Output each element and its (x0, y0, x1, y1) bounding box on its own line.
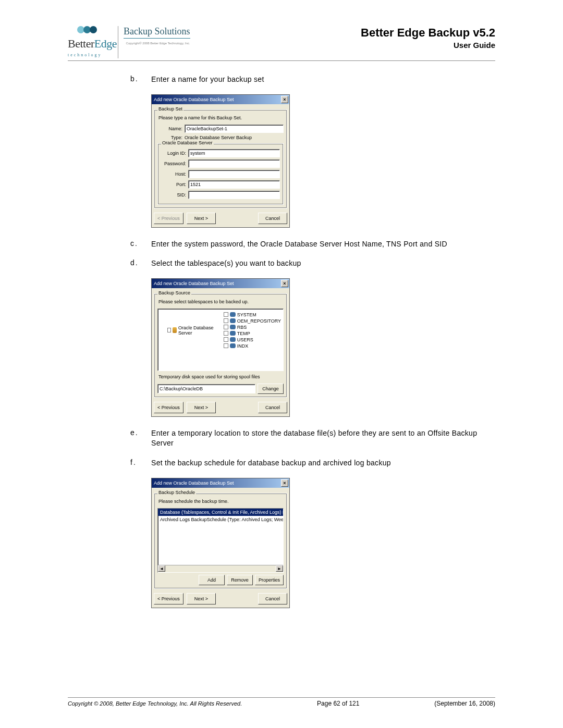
remove-button[interactable]: Remove (227, 575, 253, 585)
dialog-backup-schedule: Add new Oracle Database Backup Set × Bac… (151, 478, 290, 608)
tablespace-icon (230, 331, 236, 336)
horizontal-scrollbar[interactable]: ◄ ► (158, 565, 283, 572)
type-label: Type: (157, 135, 185, 140)
step-e: e. Enter a temporary location to store t… (130, 428, 495, 449)
scroll-left-icon[interactable]: ◄ (158, 565, 165, 572)
password-label: Password: (161, 161, 188, 166)
groupbox-source-legend: Backup Source (157, 290, 191, 295)
tablespace-tree[interactable]: Oracle Database Server SYSTEMOEM_REPOSIT… (157, 309, 284, 371)
cancel-button[interactable]: Cancel (258, 593, 287, 604)
scroll-right-icon[interactable]: ► (276, 565, 283, 572)
copyright-text: Copyright © 2008, Better Edge Technology… (68, 700, 242, 707)
checkbox-icon[interactable] (167, 328, 171, 332)
checkbox-icon[interactable] (224, 331, 228, 336)
tablespace-icon (230, 325, 236, 329)
tablespace-icon (230, 337, 236, 342)
doc-subtitle: User Guide (361, 41, 495, 50)
step-f: f. Set the backup schedule for database … (130, 458, 495, 468)
close-icon[interactable]: × (281, 96, 288, 103)
database-icon (173, 327, 177, 333)
instruction-text: Please schedule the backup time. (158, 499, 283, 504)
tree-item-label: OEM_REPOSITORY (237, 318, 281, 324)
instruction-text: Please select tablespaces to be backed u… (158, 299, 283, 304)
step-c: c. Enter the system password, the Oracle… (130, 239, 495, 250)
cancel-button[interactable]: Cancel (258, 402, 287, 413)
host-label: Host: (161, 171, 188, 177)
dialog-titlebar: Add new Oracle Database Backup Set × (152, 279, 289, 288)
groupbox-schedule-legend: Backup Schedule (157, 490, 196, 495)
checkbox-icon[interactable] (224, 312, 228, 317)
dialog-backup-set: Add new Oracle Database Backup Set × Bac… (151, 94, 290, 228)
checkbox-icon[interactable] (224, 337, 228, 342)
previous-button[interactable]: < Previous (154, 402, 183, 413)
change-button[interactable]: Change (258, 384, 284, 394)
previous-button: < Previous (154, 213, 183, 224)
groupbox-server-legend: Oracle Database Server (161, 140, 214, 145)
tree-item-label: INDX (237, 343, 249, 349)
next-button[interactable]: Next > (187, 213, 216, 224)
tree-item-label: TEMP (237, 331, 250, 336)
sid-label: SID: (161, 192, 188, 198)
tree-item-label: SYSTEM (237, 312, 256, 317)
name-input[interactable] (185, 125, 284, 133)
close-icon[interactable]: × (281, 479, 288, 487)
tree-item[interactable]: RBS (224, 324, 281, 330)
add-button[interactable]: Add (199, 575, 225, 585)
previous-button[interactable]: < Previous (154, 593, 183, 604)
dialog-title: Add new Oracle Database Backup Set (154, 281, 234, 286)
dialog-title: Add new Oracle Database Backup Set (154, 480, 234, 486)
tablespace-icon (230, 343, 236, 348)
dialog-title: Add new Oracle Database Backup Set (154, 97, 234, 102)
dialog-backup-source: Add new Oracle Database Backup Set × Bac… (151, 278, 290, 417)
tablespace-icon (230, 318, 236, 323)
step-d: d. Select the tablespace(s) you want to … (130, 258, 495, 269)
schedule-listbox[interactable]: Database (Tablespaces, Control & Init Fi… (157, 508, 284, 573)
page-number: Page 62 of 121 (317, 700, 359, 707)
dialog-titlebar: Add new Oracle Database Backup Set × (152, 95, 289, 104)
checkbox-icon[interactable] (224, 343, 228, 348)
tree-item[interactable]: SYSTEM (224, 312, 281, 318)
footer-date: (September 16, 2008) (434, 700, 495, 707)
tree-item[interactable]: INDX (224, 343, 281, 349)
port-input[interactable] (188, 180, 280, 189)
tree-item-label: RBS (237, 325, 247, 330)
tree-item[interactable]: USERS (224, 337, 281, 343)
tree-item[interactable]: OEM_REPOSITORY (224, 318, 281, 324)
step-b: b. Enter a name for your backup set (130, 75, 495, 85)
next-button[interactable]: Next > (187, 593, 216, 604)
page-header: BetterEdgetechnology Backup Solutions Co… (68, 26, 495, 61)
list-item[interactable]: Database (Tablespaces, Control & Init Fi… (158, 509, 283, 516)
logo-group: BetterEdgetechnology Backup Solutions Co… (68, 26, 190, 58)
host-input[interactable] (188, 170, 280, 178)
list-item[interactable]: Archived Logs BackupSchedule (Type: Arch… (158, 516, 283, 523)
type-value: Oracle Database Server Backup (185, 135, 252, 140)
checkbox-icon[interactable] (224, 325, 228, 329)
instruction-text: Please type a name for this Backup Set. (158, 115, 283, 120)
close-icon[interactable]: × (281, 280, 288, 287)
spool-label: Temporary disk space used for storing sp… (158, 374, 283, 379)
tablespace-icon (230, 312, 236, 317)
password-input[interactable] (188, 159, 280, 168)
dialog-titlebar: Add new Oracle Database Backup Set × (152, 478, 289, 488)
backup-solutions-logo: Backup Solutions Copyright© 2008 Better … (118, 26, 190, 58)
next-button[interactable]: Next > (187, 402, 216, 413)
tree-root-label: Oracle Database Server (178, 325, 215, 336)
tree-item[interactable]: TEMP (224, 330, 281, 337)
properties-button[interactable]: Properties (255, 575, 284, 585)
checkbox-icon[interactable] (224, 318, 228, 323)
login-label: Login ID: (161, 151, 188, 156)
betteredge-logo: BetterEdgetechnology (68, 26, 111, 58)
groupbox-backup-set-legend: Backup Set (157, 106, 183, 112)
cancel-button[interactable]: Cancel (258, 213, 287, 224)
product-title: Better Edge Backup v5.2 (361, 26, 495, 40)
login-input[interactable] (188, 149, 280, 157)
spool-path-input[interactable] (157, 384, 255, 393)
port-label: Port: (161, 182, 188, 187)
tree-item-label: USERS (237, 337, 253, 342)
page-footer: Copyright © 2008, Better Edge Technology… (68, 697, 495, 707)
name-label: Name: (157, 126, 185, 131)
sid-input[interactable] (188, 191, 280, 199)
